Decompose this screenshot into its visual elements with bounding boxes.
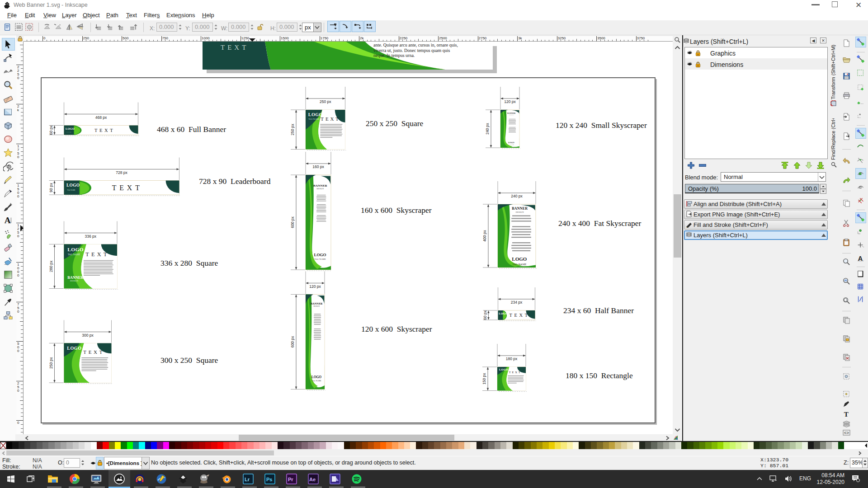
svg-text:234 px: 234 px: [511, 300, 523, 305]
svg-text:600 px: 600 px: [290, 216, 295, 228]
svg-text:468 x 60 Full Banner: 468 x 60 Full Banner: [157, 125, 226, 134]
svg-text:250 px: 250 px: [320, 99, 331, 104]
svg-text:TEXT: TEXT: [321, 116, 340, 122]
svg-text:90 px: 90 px: [49, 183, 53, 192]
svg-text:Pr: Pr: [288, 477, 293, 482]
svg-text:ante. Quisque arcu ante, cursu: ante. Quisque arcu ante, cursus in, orna…: [373, 42, 458, 47]
svg-text:TEXT: TEXT: [83, 349, 104, 355]
svg-text:120 px: 120 px: [309, 284, 321, 289]
svg-text:336 x 280 Square: 336 x 280 Square: [160, 258, 218, 267]
svg-text:<>: <>: [844, 431, 849, 436]
svg-text:TAG NAME: TAG NAME: [311, 380, 321, 382]
svg-text:60 px: 60 px: [49, 125, 53, 135]
svg-text:DESIGN: DESIGN: [313, 305, 320, 307]
svg-text:DESIGN: DESIGN: [70, 280, 78, 282]
svg-text:neque. In tempus urna.: neque. In tempus urna.: [373, 53, 415, 58]
svg-text:180 x 150 Rectangle: 180 x 150 Rectangle: [566, 371, 633, 380]
svg-text:150 px: 150 px: [482, 373, 486, 385]
svg-text:400 px: 400 px: [482, 230, 487, 241]
svg-text:300 x 250 Square: 300 x 250 Square: [160, 356, 218, 365]
svg-text:TEXT: TEXT: [509, 313, 529, 318]
svg-text:T: T: [844, 411, 849, 418]
svg-text:LOGO: LOGO: [512, 256, 527, 262]
svg-text:Ps: Ps: [266, 477, 272, 482]
svg-text:280 px: 280 px: [49, 260, 53, 272]
svg-text:120 px: 120 px: [504, 99, 516, 104]
svg-text:BANNER: BANNER: [311, 302, 323, 305]
svg-text:TEXT: TEXT: [112, 184, 143, 192]
svg-text:TAG NAME: TAG NAME: [66, 131, 71, 132]
svg-text:DESIGN: DESIGN: [516, 211, 524, 213]
svg-text:BANNER: BANNER: [67, 276, 84, 280]
svg-text:Lr: Lr: [245, 477, 250, 482]
svg-text:468 px: 468 px: [95, 115, 107, 120]
svg-text:BANNER: BANNER: [313, 184, 328, 188]
svg-text:160 x 600 Skyscraper: 160 x 600 Skyscraper: [361, 206, 432, 215]
svg-text:180 px: 180 px: [506, 357, 518, 361]
svg-text:TAG NAME: TAG NAME: [67, 189, 75, 191]
svg-text:120 x 600 Skyscraper: 120 x 600 Skyscraper: [361, 324, 432, 333]
svg-text:60 px: 60 px: [483, 310, 487, 320]
svg-text:240 px: 240 px: [511, 194, 523, 198]
svg-text:DESIGN: DESIGN: [509, 114, 514, 115]
svg-text:TEXT: TEXT: [221, 44, 249, 51]
svg-text:TAG NAME: TAG NAME: [314, 258, 326, 260]
svg-text:250 px: 250 px: [290, 123, 295, 135]
svg-text:TAG NAME: TAG NAME: [308, 118, 320, 120]
svg-text:LOGO: LOGO: [499, 368, 508, 371]
svg-text:BANNER: BANNER: [512, 206, 528, 211]
svg-text:600 px: 600 px: [290, 336, 295, 347]
svg-text:LOGO: LOGO: [66, 183, 80, 188]
svg-text:LOGO: LOGO: [508, 141, 514, 144]
svg-text:LOGO: LOGO: [66, 127, 75, 130]
svg-text:TAG NAME: TAG NAME: [512, 263, 527, 266]
svg-text:DESIGN: DESIGN: [317, 188, 324, 190]
svg-text:240 px: 240 px: [485, 122, 490, 134]
svg-text:TEXT: TEXT: [94, 128, 115, 133]
svg-text:viverra ut, justo. Donec tempu: viverra ut, justo. Donec tempus quam qui…: [373, 48, 450, 53]
svg-text:336 px: 336 px: [85, 234, 96, 239]
svg-text:TEXT: TEXT: [509, 371, 522, 374]
svg-text:LOGO: LOGO: [499, 312, 508, 315]
svg-text:TEXT: TEXT: [85, 251, 109, 258]
svg-text:234 x 60 Half Banner: 234 x 60 Half Banner: [563, 306, 634, 315]
svg-text:120 x 240 Small Skyscraper: 120 x 240 Small Skyscraper: [556, 121, 647, 130]
svg-text:240 x 400 Fat Skyscraper: 240 x 400 Fat Skyscraper: [558, 219, 641, 228]
svg-text:250 px: 250 px: [49, 357, 53, 369]
svg-text:A: A: [5, 216, 11, 225]
svg-text:300 px: 300 px: [82, 333, 94, 338]
svg-text:LOGO: LOGO: [311, 375, 322, 379]
svg-text:BANNER: BANNER: [507, 112, 515, 114]
svg-text:LOGO: LOGO: [314, 253, 326, 257]
svg-text:Ae: Ae: [309, 477, 316, 482]
svg-text:TAG NAME: TAG NAME: [68, 253, 81, 256]
svg-text:LOGO: LOGO: [67, 346, 81, 351]
svg-text:728 px: 728 px: [116, 170, 127, 175]
svg-text:TAG NAME: TAG NAME: [509, 144, 514, 145]
svg-text:250 x 250 Square: 250 x 250 Square: [366, 119, 424, 128]
svg-text:728 x 90 Leaderboard: 728 x 90 Leaderboard: [199, 177, 271, 186]
svg-text:LOGO: LOGO: [67, 247, 84, 252]
svg-text:160 px: 160 px: [312, 164, 324, 169]
